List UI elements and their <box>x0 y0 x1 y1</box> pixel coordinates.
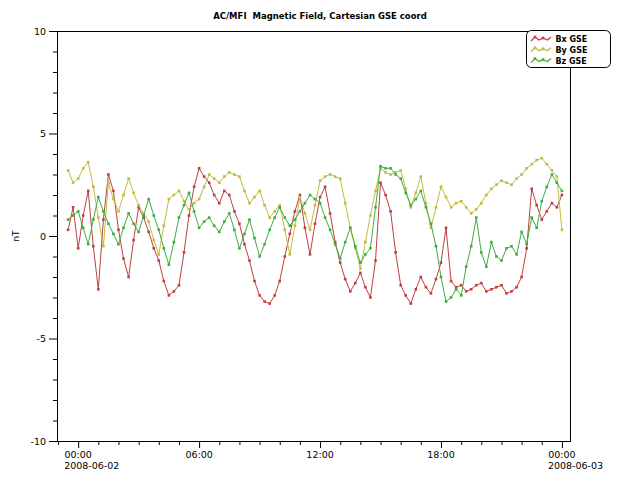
y-axis: -10-50510 <box>30 26 57 447</box>
x-tick-label: 00:00 <box>64 449 91 460</box>
plot-window: { "window": { "width": 640, "height": 48… <box>0 0 640 480</box>
legend: Bx GSEBy GSEBz GSE <box>527 31 611 68</box>
series-bx <box>67 167 563 305</box>
series-bz <box>67 165 563 303</box>
x-tick-label: 06:00 <box>185 449 212 460</box>
x-tick-label: 00:00 <box>548 449 575 460</box>
x-date-label: 2008-06-02 <box>64 460 119 471</box>
y-tick-label: 5 <box>40 128 46 139</box>
y-tick-label: 10 <box>34 26 46 37</box>
x-tick-label: 12:00 <box>306 449 333 460</box>
x-axis: 00:002008-06-0206:0012:0018:0000:002008-… <box>59 441 604 471</box>
legend-label: By GSE <box>556 46 588 55</box>
x-tick-label: 18:00 <box>427 449 454 460</box>
y-tick-label: 0 <box>40 231 46 242</box>
legend-label: Bx GSE <box>556 35 588 44</box>
y-tick-label: -5 <box>37 333 46 344</box>
x-date-label: 2008-06-03 <box>548 460 603 471</box>
chart-canvas: -10-5051000:002008-06-0206:0012:0018:000… <box>0 0 640 480</box>
y-tick-label: -10 <box>30 436 46 447</box>
legend-label: Bz GSE <box>556 57 587 66</box>
y-axis-label: nT <box>11 230 21 242</box>
